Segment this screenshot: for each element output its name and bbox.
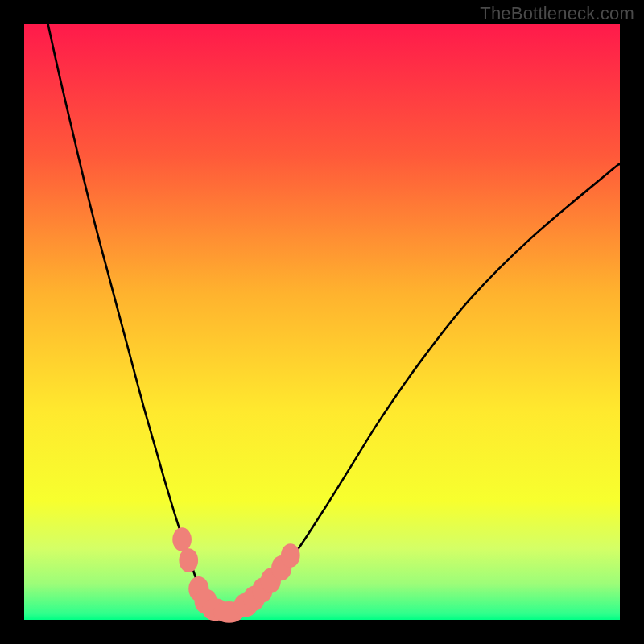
gradient-background [24,24,620,620]
curve-marker [281,543,300,568]
curve-marker [179,548,198,572]
chart-container: { "watermark": "TheBottleneck.com", "cha… [0,0,644,644]
bottleneck-chart [0,0,644,644]
curve-marker [172,527,192,551]
watermark-text: TheBottleneck.com [480,3,634,24]
